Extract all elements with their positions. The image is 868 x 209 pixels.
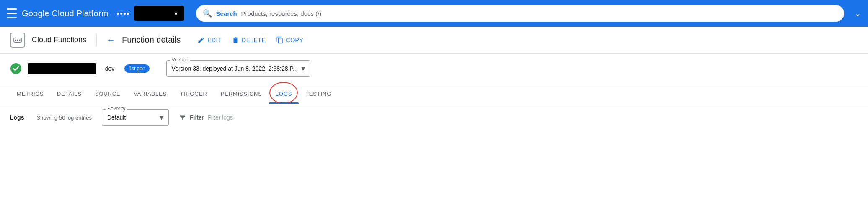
filter-section[interactable]: Filter Filter logs [179,114,233,121]
severity-chevron-icon: ▾ [160,113,163,122]
filter-placeholder: Filter logs [207,114,233,121]
service-name[interactable]: Cloud Functions [32,36,86,44]
tab-trigger[interactable]: TRIGGER [173,84,214,104]
copy-button[interactable]: COPY [276,36,304,44]
tabs-bar: METRICS DETAILS SOURCE VARIABLES TRIGGER… [0,84,868,104]
hamburger-menu[interactable] [7,8,17,18]
filter-icon [179,114,186,121]
tab-logs[interactable]: LOGS [269,84,299,104]
tab-source[interactable]: SOURCE [88,84,127,104]
cloud-functions-icon [10,33,25,48]
logs-row: Logs Showing 50 log entries Severity Def… [0,104,868,131]
dot-menu[interactable] [117,13,129,15]
tab-permissions[interactable]: PERMISSIONS [214,84,269,104]
dev-suffix: -dev [103,65,114,72]
project-selector[interactable]: ▾ [134,6,184,21]
severity-selector[interactable]: Severity Default ▾ [102,109,169,126]
app-title: Google Cloud Platform [22,9,108,18]
logs-title: Logs [10,114,24,121]
edit-button[interactable]: EDIT [197,36,222,44]
breadcrumb-bar: Cloud Functions ← Function details EDIT … [0,27,868,54]
delete-button[interactable]: DELETE [232,36,266,44]
version-selector[interactable]: Version Version 33, deployed at Jun 8, 2… [166,60,310,77]
search-label: Search [216,10,237,17]
action-buttons: EDIT DELETE COPY [197,36,303,44]
function-name-redacted [28,63,96,74]
tab-testing[interactable]: TESTING [299,84,338,104]
gen-badge: 1st gen [124,64,149,73]
version-label: Version [170,57,190,63]
svg-point-3 [19,39,21,41]
tab-variables[interactable]: VARIABLES [127,84,173,104]
severity-value: Default [107,114,156,121]
page-title: Function details [122,35,181,45]
search-icon: 🔍 [203,9,212,18]
top-bar: Google Cloud Platform ▾ 🔍 Search Product… [0,0,868,27]
search-placeholder: Products, resources, docs (/) [241,10,322,17]
copy-icon [276,36,284,44]
search-bar[interactable]: 🔍 Search Products, resources, docs (/) [196,5,844,22]
svg-point-2 [17,39,18,41]
breadcrumb-divider [96,34,97,46]
status-check-icon [10,63,22,74]
function-row: -dev 1st gen Version Version 33, deploye… [0,54,868,84]
svg-point-1 [15,39,16,41]
version-text: Version 33, deployed at Jun 8, 2022, 2:3… [172,65,298,72]
chevron-down-icon: ▾ [174,10,178,18]
severity-label: Severity [106,106,127,112]
version-chevron-icon: ▾ [301,64,305,73]
back-button[interactable]: ← [107,35,115,45]
tab-metrics[interactable]: METRICS [10,84,50,104]
filter-label: Filter [190,114,204,121]
tab-details[interactable]: DETAILS [50,84,88,104]
delete-icon [232,36,239,44]
search-expand-icon[interactable]: ⌄ [854,8,861,18]
edit-icon [197,36,205,44]
logs-subtitle: Showing 50 log entries [36,115,92,121]
svg-point-4 [10,63,21,74]
